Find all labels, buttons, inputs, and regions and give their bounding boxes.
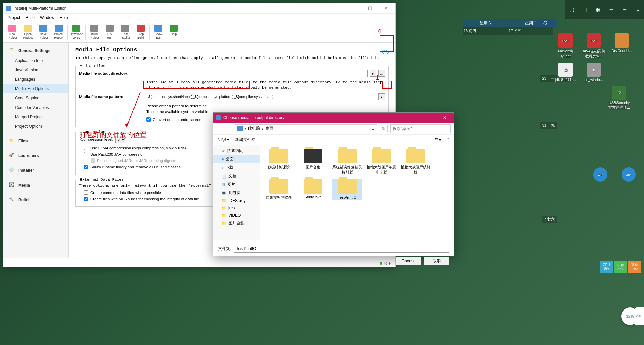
svg-marker-1: [125, 123, 129, 127]
choose-button[interactable]: Choose: [396, 257, 421, 265]
view-options[interactable]: ☷ ▾: [434, 138, 441, 142]
organize-menu[interactable]: 组织 ▾: [218, 137, 229, 143]
shrink-checkbox[interactable]: [84, 165, 88, 169]
folder-TestPrintIO[interactable]: TestPrintIO: [332, 179, 362, 200]
annotation-box-1: [143, 81, 250, 89]
menu-window[interactable]: Window: [38, 15, 56, 21]
test-installer-button[interactable]: Test Installer: [118, 23, 132, 42]
cpu-label: CPU: [635, 307, 644, 325]
nav-fwd-icon[interactable]: →: [223, 126, 227, 131]
dialog-sidebar-2[interactable]: ↓下载: [213, 163, 260, 172]
sidebar-item-merged-projects[interactable]: Merged Projects: [3, 112, 68, 122]
dialog-sidebar-4[interactable]: 🖼图片: [213, 180, 260, 189]
annotation-4: 4: [378, 28, 381, 35]
common-data-checkbox[interactable]: [84, 190, 88, 195]
cancel-button[interactable]: 取消: [424, 257, 449, 265]
cal-header: 截: [533, 19, 557, 27]
sidebar-item-java-version[interactable]: Java Version: [3, 65, 68, 75]
desktop-file-icon[interactable]: DrvCeooLi...: [610, 33, 634, 59]
output-dir-browse[interactable]: …: [378, 70, 385, 77]
menu-build[interactable]: Build: [23, 15, 37, 21]
sidebar-item-code-signing[interactable]: Code Signing: [3, 93, 68, 103]
open-project-button[interactable]: Open Project: [20, 23, 35, 42]
output-dir-dropdown[interactable]: ▸: [370, 70, 376, 77]
stop-build-button[interactable]: Stop Build: [133, 23, 148, 42]
help-button[interactable]: Help: [166, 23, 181, 42]
show-ids-button[interactable]: Show IDs: [151, 23, 166, 42]
desktop-file-icon[interactable]: ◉cn_windo...: [582, 63, 606, 82]
folder-植物大战僵尸破解版[interactable]: 植物大战僵尸破解版: [400, 149, 431, 175]
annotation-text: 打包好的文件放的位置: [79, 130, 147, 139]
dialog-sidebar-1[interactable]: ■桌面: [213, 155, 260, 163]
build-project-button[interactable]: Build Project: [87, 23, 102, 42]
tray-icon[interactable]: →: [622, 6, 628, 12]
dialog-sidebar-9[interactable]: 📁图片合集: [213, 219, 260, 227]
sidebar-group-launchers[interactable]: 🚀Launchers: [3, 150, 68, 161]
dialog-sidebar-0[interactable]: ★快速访问: [213, 147, 260, 155]
desktop-zip-icon[interactable]: ZIP: [616, 167, 641, 183]
tray-icon[interactable]: ▢: [569, 6, 574, 13]
sidebar-item-languages[interactable]: Languages: [3, 75, 68, 84]
save-project-button[interactable]: Save Project: [36, 23, 51, 42]
nav-back-icon[interactable]: ←: [217, 126, 221, 131]
folder-StudyJava[interactable]: StudyJava: [298, 179, 328, 200]
dialog-close-button[interactable]: ✕: [438, 113, 451, 123]
pack200-checkbox[interactable]: [84, 152, 88, 156]
pattern-dropdown[interactable]: ▸: [378, 93, 385, 100]
new-project-button[interactable]: New Project: [5, 23, 20, 42]
dialog-sidebar-8[interactable]: 📁VIDEO: [213, 212, 260, 219]
desktop-file-icon[interactable]: 🛡USBSecurity官方待注册...: [607, 86, 631, 110]
folder-图片合集[interactable]: 图片合集: [298, 149, 328, 175]
pattern-input[interactable]: [147, 93, 376, 100]
new-folder-button[interactable]: 新建文件夹: [235, 137, 255, 143]
help-icon[interactable]: ?: [447, 138, 449, 142]
exclude-signed-checkbox: [91, 158, 95, 163]
folder-自带授权码软件[interactable]: 自带授权码软件: [264, 179, 294, 200]
project-report-button[interactable]: Project Report: [51, 23, 66, 42]
breadcrumb[interactable]: ›此电脑 ›桌面 ⌄: [235, 124, 377, 133]
menubar: Project Build Window Help: [3, 14, 395, 22]
sidebar-group-installer[interactable]: 💿Installer: [3, 165, 68, 176]
desktop-file-icon[interactable]: PDFMaven简介.pdf: [553, 33, 578, 59]
md5-checkbox[interactable]: [84, 197, 88, 201]
tray-icon[interactable]: ⌄: [636, 6, 640, 13]
folder-name-input[interactable]: [234, 245, 449, 253]
sidebar-item-application-info[interactable]: Application Info: [3, 56, 68, 65]
sidebar-group-files[interactable]: 📁Files: [3, 136, 68, 146]
desktop-zip-icon[interactable]: ZIP: [588, 167, 612, 183]
sidebar-general-settings[interactable]: 📋 General Settings: [3, 45, 68, 56]
output-dir-input[interactable]: [147, 70, 368, 77]
close-button[interactable]: ✕: [379, 4, 393, 13]
sidebar-group-build[interactable]: 🔨Build: [3, 195, 68, 205]
sidebar-item-compiler-variables[interactable]: Compiler Variables: [3, 103, 68, 112]
dry-run-button[interactable]: Dry Run: [102, 23, 117, 42]
annotation-arrow: [124, 89, 144, 130]
tray-icon[interactable]: ▦: [595, 6, 600, 13]
menu-help[interactable]: Help: [58, 15, 70, 21]
folder-系统错误修复精灵特别版[interactable]: 系统错误修复精灵特别版: [332, 149, 362, 175]
dialog-sidebar-3[interactable]: 📄文档: [213, 172, 260, 180]
folder-数据结构课设[interactable]: 数据结构课设: [264, 149, 294, 175]
nav-up-icon[interactable]: ↑: [230, 126, 232, 131]
sidebar-group-media[interactable]: 💽Media: [3, 180, 68, 191]
page-title: Media File Options: [75, 47, 389, 53]
dialog-sidebar-6[interactable]: 📁IDEStudy: [213, 197, 260, 204]
minimize-button[interactable]: —: [347, 4, 361, 13]
sidebar-item-project-options[interactable]: Project Options: [3, 122, 68, 131]
dialog-sidebar-5[interactable]: 💻此电脑: [213, 189, 260, 197]
cal-date: 31 十九: [540, 122, 557, 129]
folder-植物大战僵尸年度中文版[interactable]: 植物大战僵尸年度中文版: [366, 149, 396, 175]
dialog-sidebar-7[interactable]: 📁jres: [213, 204, 260, 212]
tray-icon[interactable]: ◫: [582, 6, 587, 13]
search-input[interactable]: [390, 124, 451, 133]
sidebar-item-media-file-options[interactable]: Media File Options: [3, 84, 68, 93]
lzma-checkbox[interactable]: [84, 146, 88, 150]
tray-icon[interactable]: ←: [609, 6, 614, 12]
menu-project[interactable]: Project: [6, 15, 22, 21]
refresh-icon[interactable]: ↻: [380, 125, 388, 132]
desktop-file-icon[interactable]: PDFJAVA基础案例教程@w...: [582, 33, 606, 59]
maximize-button[interactable]: ☐: [363, 4, 377, 13]
download-jres-button[interactable]: Download JREs: [69, 23, 84, 42]
convert-dots-checkbox[interactable]: [146, 117, 151, 122]
save-project-icon: [39, 25, 47, 32]
